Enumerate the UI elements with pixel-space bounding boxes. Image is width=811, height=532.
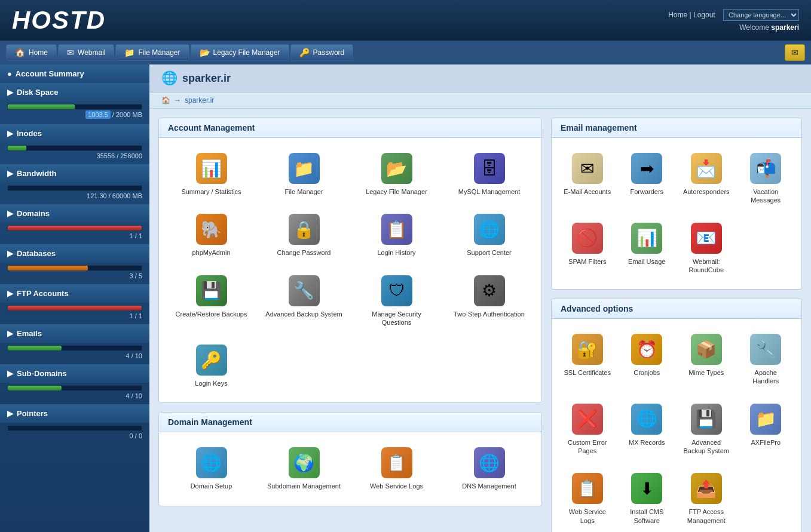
icon-item-webmail--roundcube[interactable]: 📧Webmail: RoundCube (680, 217, 733, 281)
pointers-section[interactable]: ▶ Pointers (0, 404, 149, 423)
legacy-filemanager-nav-icon: 📂 (200, 48, 210, 57)
icon-item-summary---statistics[interactable]: 📊Summary / Statistics (168, 147, 255, 202)
icon-item-domain-setup[interactable]: 🌐Domain Setup (168, 441, 255, 496)
icon-label-2: Autoresponders (683, 187, 730, 196)
databases-progress: 3 / 5 (0, 263, 149, 284)
databases-arrow: ▶ (7, 249, 13, 258)
main-layout: ● Account Summary ▶ Disk Space 1003.5 / … (0, 64, 811, 532)
icon-box-10: 🛡 (381, 275, 412, 306)
breadcrumb-domain-link[interactable]: sparker.ir (185, 96, 214, 104)
databases-section[interactable]: ▶ Databases (0, 244, 149, 263)
content-area: 🌐 sparker.ir 🏠 → sparker.ir Account Mana… (149, 64, 811, 532)
nav-filemanager[interactable]: 📁 File Manager (115, 44, 189, 61)
icon-label-2: Mime Types (688, 368, 724, 377)
domain-management-header: Domain Management (159, 413, 541, 432)
icon-item-dns-management[interactable]: 🌐DNS Management (446, 441, 532, 496)
icon-label-11: Two-Step Authentication (454, 310, 525, 318)
icon-item-spam-filters[interactable]: 🚫SPAM Filters (561, 217, 614, 281)
nav-legacy-filemanager[interactable]: 📂 Legacy File Manager (191, 44, 289, 61)
disk-arrow: ▶ (7, 88, 13, 97)
logo: HOSTD (12, 6, 106, 35)
icon-item-mysql-management[interactable]: 🗄MySQL Management (446, 147, 532, 202)
nav-password[interactable]: 🔑 Password (290, 44, 354, 61)
icon-item-phpmyadmin[interactable]: 🐘phpMyAdmin (168, 208, 255, 263)
icon-label-7: Support Center (467, 248, 512, 257)
ftp-section[interactable]: ▶ FTP Accounts (0, 284, 149, 303)
icon-box-5: 🌐 (631, 404, 662, 435)
breadcrumb-arrow: → (174, 96, 181, 104)
icon-item-mime-types[interactable]: 📦Mime Types (680, 328, 733, 392)
navbar: 🏠 Home ✉ Webmail 📁 File Manager 📂 Legacy… (0, 41, 811, 64)
inodes-section[interactable]: ▶ Inodes (0, 124, 149, 143)
home-link[interactable]: Home (668, 11, 687, 19)
icon-label-7: AXFilePro (751, 438, 781, 447)
icon-item-file-manager[interactable]: 📁File Manager (261, 147, 347, 202)
password-nav-icon: 🔑 (299, 48, 310, 57)
icon-box-0: 📊 (196, 153, 227, 184)
emails-label: Emails (17, 329, 42, 338)
icon-item-login-history[interactable]: 📋Login History (353, 208, 440, 263)
icon-box-7: 🌐 (474, 214, 505, 245)
icon-label-9: Advanced Backup System (265, 310, 342, 318)
pointers-progress: 0 / 0 (0, 423, 149, 444)
icon-item-login-keys[interactable]: 🔑Login Keys (168, 339, 255, 393)
icon-item-apache-handlers[interactable]: 🔧Apache Handlers (739, 328, 793, 392)
icon-item-manage-security-questions[interactable]: 🛡Manage Security Questions (353, 269, 440, 333)
icon-item-cronjobs[interactable]: ⏰Cronjobs (620, 328, 674, 392)
disk-progress: 1003.5 / 2000 MB (0, 102, 149, 124)
nav-webmail[interactable]: ✉ Webmail (58, 44, 114, 61)
icon-box-6: 📧 (691, 223, 722, 254)
inodes-value: 35556 / 256000 (97, 152, 142, 159)
home-nav-icon: 🏠 (15, 48, 25, 57)
icon-item-ftp-access-management[interactable]: 📤FTP Access Management (680, 467, 733, 531)
icon-box-6: 💾 (691, 404, 722, 435)
nav-home[interactable]: 🏠 Home (6, 44, 57, 61)
nav-webmail-label: Webmail (78, 48, 105, 57)
icon-item-web-service-logs[interactable]: 📋Web Service Logs (353, 441, 440, 496)
icon-item-two-step-authentication[interactable]: ⚙Two-Step Authentication (446, 269, 532, 333)
icon-item-create-restore-backups[interactable]: 💾Create/Restore Backups (168, 269, 255, 333)
icon-item-change-password[interactable]: 🔒Change Password (261, 208, 347, 263)
domain-name: sparker.ir (182, 72, 231, 85)
icon-item-e-mail-accounts[interactable]: ✉E-Mail Accounts (561, 147, 614, 211)
icon-item-ssl-certificates[interactable]: 🔐SSL Certificates (561, 328, 614, 392)
icon-item-legacy-file-manager[interactable]: 📂Legacy File Manager (353, 147, 440, 202)
icon-item-install-cms-software[interactable]: ⬇Install CMS Software (620, 467, 674, 531)
icon-label-4: phpMyAdmin (192, 248, 230, 257)
account-summary-title[interactable]: ● Account Summary (0, 64, 149, 83)
bandwidth-section[interactable]: ▶ Bandwidth (0, 164, 149, 183)
icon-item-subdomain-management[interactable]: 🌍Subdomain Management (261, 441, 347, 496)
icon-item-mx-records[interactable]: 🌐MX Records (620, 398, 674, 462)
icon-box-12: 🔑 (196, 345, 227, 376)
icon-item-custom-error-pages[interactable]: ❌Custom Error Pages (561, 398, 614, 462)
icon-label-3: Vacation Messages (742, 187, 790, 205)
account-management-content: 📊Summary / Statistics📁File Manager📂Legac… (159, 138, 541, 402)
icon-box-2: 📋 (381, 447, 412, 478)
logout-link[interactable]: Logout (693, 11, 715, 19)
domain-management-content: 🌐Domain Setup🌍Subdomain Management📋Web S… (159, 432, 541, 505)
icon-item-email-usage[interactable]: 📊Email Usage (620, 217, 674, 281)
icon-box-2: 📦 (691, 334, 722, 365)
disk-separator: / 2000 MB (112, 111, 142, 118)
domains-section[interactable]: ▶ Domains (0, 204, 149, 223)
icon-item-vacation-messages[interactable]: 📬Vacation Messages (739, 147, 793, 211)
icon-item-advanced-backup-system[interactable]: 💾Advanced Backup System (680, 398, 733, 462)
subdomains-section[interactable]: ▶ Sub-Domains (0, 364, 149, 383)
icon-label-5: Email Usage (628, 257, 665, 266)
icon-item-web-service-logs[interactable]: 📋Web Service Logs (561, 467, 614, 531)
icon-label-3: DNS Management (462, 482, 516, 490)
icon-item-advanced-backup-system[interactable]: 🔧Advanced Backup System (261, 269, 347, 333)
language-selector[interactable]: Change language... (723, 9, 799, 21)
advanced-options-box: Advanced options 🔐SSL Certificates⏰Cronj… (551, 299, 802, 532)
icon-box-1: 📁 (289, 153, 320, 184)
icon-box-5: 📊 (631, 223, 662, 254)
icon-item-forwarders[interactable]: ➡Forwarders (620, 147, 674, 211)
panels-area: Account Management 📊Summary / Statistics… (149, 109, 811, 532)
nav-legacy-label: Legacy File Manager (213, 48, 280, 57)
emails-section[interactable]: ▶ Emails (0, 324, 149, 343)
nav-mail-button[interactable]: ✉ (785, 44, 805, 61)
icon-item-axfilepro[interactable]: 📁AXFilePro (739, 398, 793, 462)
icon-item-autoresponders[interactable]: 📩Autoresponders (680, 147, 733, 211)
disk-space-section[interactable]: ▶ Disk Space (0, 83, 149, 102)
icon-item-support-center[interactable]: 🌐Support Center (446, 208, 532, 263)
